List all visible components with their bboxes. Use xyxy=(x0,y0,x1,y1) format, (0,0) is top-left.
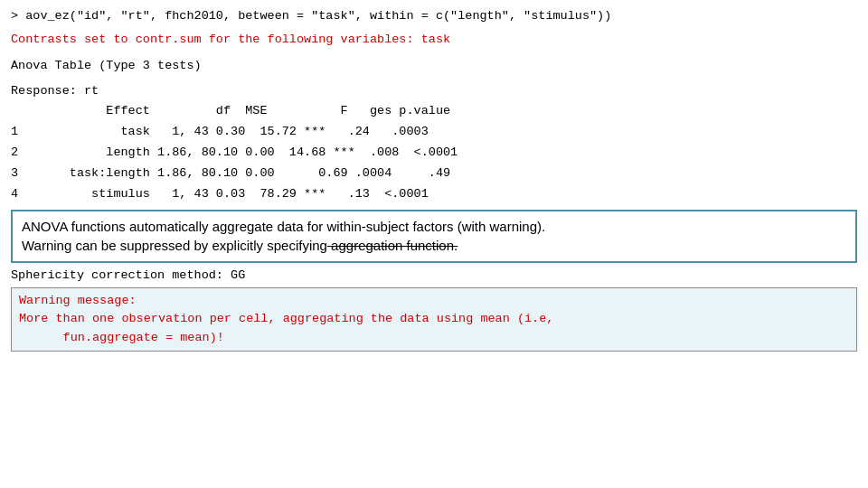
command-line: > aov_ez("id", "rt", fhch2010, between =… xyxy=(11,7,857,25)
table-row: 4 stimulus 1, 43 0.03 78.29 *** .13 <.00… xyxy=(11,185,857,204)
warning-body: More than one observation per cell, aggr… xyxy=(19,310,849,347)
annotation-box: ANOVA functions automatically aggregate … xyxy=(11,210,857,264)
table-header: Effect df MSE F ges p.value xyxy=(11,102,857,121)
annotation-line2-text: Warning can be suppressed by explicitly … xyxy=(22,238,327,253)
annotation-line1: ANOVA functions automatically aggregate … xyxy=(22,217,846,237)
response-line: Response: rt xyxy=(11,82,857,100)
table-rows: 1 task 1, 43 0.30 15.72 *** .24 .0003 2 … xyxy=(11,123,857,204)
warning-header: Warning message: xyxy=(19,292,849,310)
warning-box: Warning message: More than one observati… xyxy=(11,287,857,352)
annotation-line2: Warning can be suppressed by explicitly … xyxy=(22,236,846,256)
table-row: 1 task 1, 43 0.30 15.72 *** .24 .0003 xyxy=(11,123,857,142)
table-row: 3 task:length 1.86, 80.10 0.00 0.69 .000… xyxy=(11,164,857,183)
contrasts-line: Contrasts set to contr.sum for the follo… xyxy=(11,31,857,49)
annotation-line2-strikethrough: aggregation function. xyxy=(327,238,458,253)
sphericity-line: Sphericity correction method: GG xyxy=(11,267,857,286)
anova-table-header: Anova Table (Type 3 tests) xyxy=(11,57,857,75)
table-row: 2 length 1.86, 80.10 0.00 14.68 *** .008… xyxy=(11,144,857,163)
